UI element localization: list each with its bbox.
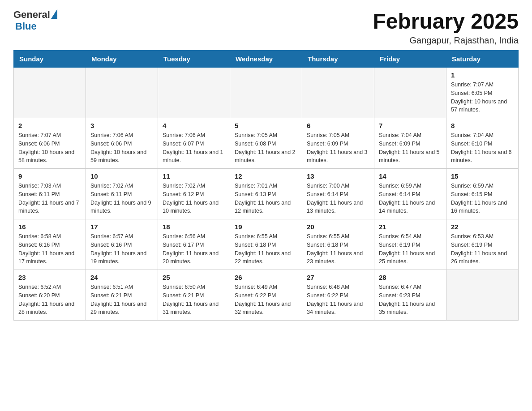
day-of-week-header: Friday xyxy=(374,51,446,68)
day-info: Sunrise: 6:52 AMSunset: 6:20 PMDaylight:… xyxy=(18,283,81,317)
day-number: 18 xyxy=(163,223,225,231)
day-number: 24 xyxy=(90,274,153,281)
calendar-cell: 7Sunrise: 7:04 AMSunset: 6:09 PMDaylight… xyxy=(374,118,446,169)
day-info: Sunrise: 6:49 AMSunset: 6:22 PMDaylight:… xyxy=(235,283,297,317)
calendar-location: Gangapur, Rajasthan, India xyxy=(373,35,519,46)
calendar-cell: 26Sunrise: 6:49 AMSunset: 6:22 PMDayligh… xyxy=(230,270,302,321)
day-info: Sunrise: 7:05 AMSunset: 6:09 PMDaylight:… xyxy=(307,131,369,165)
day-info: Sunrise: 7:02 AMSunset: 6:12 PMDaylight:… xyxy=(163,182,225,215)
day-number: 6 xyxy=(307,122,369,129)
day-number: 7 xyxy=(379,122,442,129)
day-info: Sunrise: 6:56 AMSunset: 6:17 PMDaylight:… xyxy=(163,232,225,266)
title-block: February 2025 Gangapur, Rajasthan, India xyxy=(373,9,519,46)
calendar-title: February 2025 xyxy=(373,9,519,34)
day-number: 4 xyxy=(163,122,225,129)
day-number: 17 xyxy=(90,223,153,231)
day-number: 19 xyxy=(235,223,297,231)
calendar-cell: 2Sunrise: 7:07 AMSunset: 6:06 PMDaylight… xyxy=(14,118,86,169)
calendar-header: SundayMondayTuesdayWednesdayThursdayFrid… xyxy=(14,51,519,68)
day-number: 13 xyxy=(307,172,369,180)
day-info: Sunrise: 6:58 AMSunset: 6:16 PMDaylight:… xyxy=(18,232,81,266)
calendar-cell: 28Sunrise: 6:47 AMSunset: 6:23 PMDayligh… xyxy=(374,270,446,321)
day-info: Sunrise: 6:57 AMSunset: 6:16 PMDaylight:… xyxy=(90,232,153,266)
day-info: Sunrise: 6:50 AMSunset: 6:21 PMDaylight:… xyxy=(163,283,225,317)
page-header: General Blue February 2025 Gangapur, Raj… xyxy=(13,9,519,46)
calendar-cell: 20Sunrise: 6:55 AMSunset: 6:18 PMDayligh… xyxy=(302,219,374,270)
week-row: 2Sunrise: 7:07 AMSunset: 6:06 PMDaylight… xyxy=(14,118,519,169)
calendar-cell xyxy=(158,68,230,118)
calendar-cell: 12Sunrise: 7:01 AMSunset: 6:13 PMDayligh… xyxy=(230,169,302,219)
calendar-cell: 14Sunrise: 6:59 AMSunset: 6:14 PMDayligh… xyxy=(374,169,446,219)
week-row: 9Sunrise: 7:03 AMSunset: 6:11 PMDaylight… xyxy=(14,169,519,219)
day-number: 16 xyxy=(18,223,81,231)
logo-general-text: General xyxy=(13,9,50,21)
day-info: Sunrise: 7:02 AMSunset: 6:11 PMDaylight:… xyxy=(90,182,153,215)
calendar-cell: 4Sunrise: 7:06 AMSunset: 6:07 PMDaylight… xyxy=(158,118,230,169)
day-number: 26 xyxy=(235,274,297,281)
logo: General Blue xyxy=(13,9,57,32)
day-info: Sunrise: 7:04 AMSunset: 6:10 PMDaylight:… xyxy=(451,131,514,165)
week-row: 16Sunrise: 6:58 AMSunset: 6:16 PMDayligh… xyxy=(14,219,519,270)
day-number: 10 xyxy=(90,172,153,180)
day-number: 25 xyxy=(163,274,225,281)
day-number: 2 xyxy=(18,122,81,129)
day-info: Sunrise: 7:07 AMSunset: 6:06 PMDaylight:… xyxy=(18,131,81,165)
week-row: 23Sunrise: 6:52 AMSunset: 6:20 PMDayligh… xyxy=(14,270,519,321)
calendar-cell: 8Sunrise: 7:04 AMSunset: 6:10 PMDaylight… xyxy=(446,118,519,169)
logo-triangle-icon xyxy=(51,9,57,19)
calendar-cell: 19Sunrise: 6:55 AMSunset: 6:18 PMDayligh… xyxy=(230,219,302,270)
day-number: 15 xyxy=(451,172,514,180)
calendar-cell: 18Sunrise: 6:56 AMSunset: 6:17 PMDayligh… xyxy=(158,219,230,270)
day-info: Sunrise: 6:54 AMSunset: 6:19 PMDaylight:… xyxy=(379,232,442,266)
day-info: Sunrise: 7:03 AMSunset: 6:11 PMDaylight:… xyxy=(18,182,81,215)
day-of-week-header: Thursday xyxy=(302,51,374,68)
calendar-cell: 3Sunrise: 7:06 AMSunset: 6:06 PMDaylight… xyxy=(86,118,158,169)
calendar-cell xyxy=(446,270,519,321)
day-number: 22 xyxy=(451,223,514,231)
day-number: 12 xyxy=(235,172,297,180)
calendar-cell: 21Sunrise: 6:54 AMSunset: 6:19 PMDayligh… xyxy=(374,219,446,270)
day-info: Sunrise: 7:06 AMSunset: 6:07 PMDaylight:… xyxy=(163,131,225,165)
day-info: Sunrise: 7:05 AMSunset: 6:08 PMDaylight:… xyxy=(235,131,297,165)
day-of-week-header: Tuesday xyxy=(158,51,230,68)
logo-blue-text: Blue xyxy=(15,21,37,32)
calendar-cell xyxy=(302,68,374,118)
calendar-cell: 10Sunrise: 7:02 AMSunset: 6:11 PMDayligh… xyxy=(86,169,158,219)
calendar-cell xyxy=(86,68,158,118)
calendar-cell: 16Sunrise: 6:58 AMSunset: 6:16 PMDayligh… xyxy=(14,219,86,270)
day-number: 21 xyxy=(379,223,442,231)
day-info: Sunrise: 7:07 AMSunset: 6:05 PMDaylight:… xyxy=(451,81,514,114)
day-number: 1 xyxy=(451,71,514,79)
day-number: 14 xyxy=(379,172,442,180)
calendar-cell xyxy=(14,68,86,118)
calendar-cell: 22Sunrise: 6:53 AMSunset: 6:19 PMDayligh… xyxy=(446,219,519,270)
day-info: Sunrise: 7:01 AMSunset: 6:13 PMDaylight:… xyxy=(235,182,297,215)
day-number: 28 xyxy=(379,274,442,281)
calendar-cell: 1Sunrise: 7:07 AMSunset: 6:05 PMDaylight… xyxy=(446,68,519,118)
day-number: 9 xyxy=(18,172,81,180)
calendar-table: SundayMondayTuesdayWednesdayThursdayFrid… xyxy=(13,50,519,321)
calendar-cell: 17Sunrise: 6:57 AMSunset: 6:16 PMDayligh… xyxy=(86,219,158,270)
day-info: Sunrise: 6:51 AMSunset: 6:21 PMDaylight:… xyxy=(90,283,153,317)
week-row: 1Sunrise: 7:07 AMSunset: 6:05 PMDaylight… xyxy=(14,68,519,118)
calendar-cell xyxy=(230,68,302,118)
calendar-cell xyxy=(374,68,446,118)
day-info: Sunrise: 6:59 AMSunset: 6:15 PMDaylight:… xyxy=(451,182,514,215)
calendar-cell: 27Sunrise: 6:48 AMSunset: 6:22 PMDayligh… xyxy=(302,270,374,321)
calendar-cell: 23Sunrise: 6:52 AMSunset: 6:20 PMDayligh… xyxy=(14,270,86,321)
day-number: 5 xyxy=(235,122,297,129)
day-number: 11 xyxy=(163,172,225,180)
calendar-cell: 24Sunrise: 6:51 AMSunset: 6:21 PMDayligh… xyxy=(86,270,158,321)
day-of-week-header: Saturday xyxy=(446,51,519,68)
day-number: 8 xyxy=(451,122,514,129)
day-info: Sunrise: 7:04 AMSunset: 6:09 PMDaylight:… xyxy=(379,131,442,165)
calendar-cell: 13Sunrise: 7:00 AMSunset: 6:14 PMDayligh… xyxy=(302,169,374,219)
day-of-week-header: Sunday xyxy=(14,51,86,68)
day-info: Sunrise: 7:06 AMSunset: 6:06 PMDaylight:… xyxy=(90,131,153,165)
days-header-row: SundayMondayTuesdayWednesdayThursdayFrid… xyxy=(14,51,519,68)
calendar-cell: 25Sunrise: 6:50 AMSunset: 6:21 PMDayligh… xyxy=(158,270,230,321)
calendar-cell: 15Sunrise: 6:59 AMSunset: 6:15 PMDayligh… xyxy=(446,169,519,219)
day-of-week-header: Monday xyxy=(86,51,158,68)
day-info: Sunrise: 6:59 AMSunset: 6:14 PMDaylight:… xyxy=(379,182,442,215)
calendar-cell: 11Sunrise: 7:02 AMSunset: 6:12 PMDayligh… xyxy=(158,169,230,219)
